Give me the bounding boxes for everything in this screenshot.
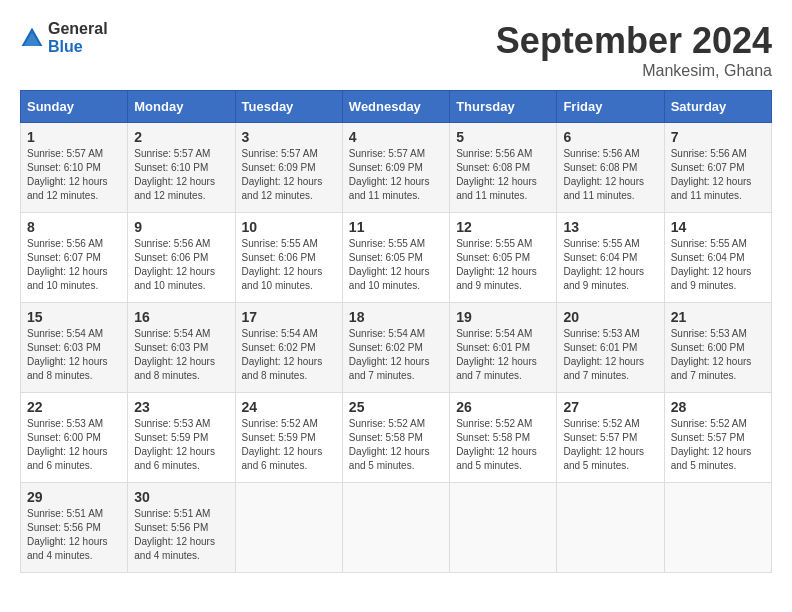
calendar-cell: 16Sunrise: 5:54 AMSunset: 6:03 PMDayligh…: [128, 303, 235, 393]
day-info: Sunrise: 5:52 AMSunset: 5:59 PMDaylight:…: [242, 418, 323, 471]
week-row-3: 15Sunrise: 5:54 AMSunset: 6:03 PMDayligh…: [21, 303, 772, 393]
day-info: Sunrise: 5:54 AMSunset: 6:02 PMDaylight:…: [349, 328, 430, 381]
calendar-cell: 3Sunrise: 5:57 AMSunset: 6:09 PMDaylight…: [235, 123, 342, 213]
day-info: Sunrise: 5:52 AMSunset: 5:58 PMDaylight:…: [349, 418, 430, 471]
day-info: Sunrise: 5:57 AMSunset: 6:10 PMDaylight:…: [27, 148, 108, 201]
calendar-cell: 11Sunrise: 5:55 AMSunset: 6:05 PMDayligh…: [342, 213, 449, 303]
day-number: 9: [134, 219, 228, 235]
calendar-cell: 12Sunrise: 5:55 AMSunset: 6:05 PMDayligh…: [450, 213, 557, 303]
week-row-1: 1Sunrise: 5:57 AMSunset: 6:10 PMDaylight…: [21, 123, 772, 213]
day-number: 27: [563, 399, 657, 415]
day-number: 17: [242, 309, 336, 325]
day-number: 4: [349, 129, 443, 145]
day-info: Sunrise: 5:53 AMSunset: 6:00 PMDaylight:…: [671, 328, 752, 381]
calendar-cell: 26Sunrise: 5:52 AMSunset: 5:58 PMDayligh…: [450, 393, 557, 483]
title-area: September 2024 Mankesim, Ghana: [496, 20, 772, 80]
day-info: Sunrise: 5:54 AMSunset: 6:02 PMDaylight:…: [242, 328, 323, 381]
day-info: Sunrise: 5:55 AMSunset: 6:05 PMDaylight:…: [349, 238, 430, 291]
day-info: Sunrise: 5:52 AMSunset: 5:57 PMDaylight:…: [671, 418, 752, 471]
logo-general: General: [48, 20, 108, 38]
day-info: Sunrise: 5:56 AMSunset: 6:07 PMDaylight:…: [27, 238, 108, 291]
calendar-cell: 13Sunrise: 5:55 AMSunset: 6:04 PMDayligh…: [557, 213, 664, 303]
day-info: Sunrise: 5:51 AMSunset: 5:56 PMDaylight:…: [134, 508, 215, 561]
day-number: 29: [27, 489, 121, 505]
day-number: 24: [242, 399, 336, 415]
day-number: 21: [671, 309, 765, 325]
day-info: Sunrise: 5:57 AMSunset: 6:09 PMDaylight:…: [349, 148, 430, 201]
calendar-cell: 27Sunrise: 5:52 AMSunset: 5:57 PMDayligh…: [557, 393, 664, 483]
calendar-cell: 6Sunrise: 5:56 AMSunset: 6:08 PMDaylight…: [557, 123, 664, 213]
day-number: 16: [134, 309, 228, 325]
calendar-cell: 30Sunrise: 5:51 AMSunset: 5:56 PMDayligh…: [128, 483, 235, 573]
day-info: Sunrise: 5:52 AMSunset: 5:58 PMDaylight:…: [456, 418, 537, 471]
day-info: Sunrise: 5:54 AMSunset: 6:01 PMDaylight:…: [456, 328, 537, 381]
calendar-cell: 19Sunrise: 5:54 AMSunset: 6:01 PMDayligh…: [450, 303, 557, 393]
page-header: General Blue September 2024 Mankesim, Gh…: [20, 20, 772, 80]
day-number: 11: [349, 219, 443, 235]
day-number: 10: [242, 219, 336, 235]
day-number: 25: [349, 399, 443, 415]
day-info: Sunrise: 5:55 AMSunset: 6:06 PMDaylight:…: [242, 238, 323, 291]
day-info: Sunrise: 5:54 AMSunset: 6:03 PMDaylight:…: [134, 328, 215, 381]
calendar-cell: [342, 483, 449, 573]
calendar-cell: 2Sunrise: 5:57 AMSunset: 6:10 PMDaylight…: [128, 123, 235, 213]
week-row-5: 29Sunrise: 5:51 AMSunset: 5:56 PMDayligh…: [21, 483, 772, 573]
calendar-cell: 9Sunrise: 5:56 AMSunset: 6:06 PMDaylight…: [128, 213, 235, 303]
calendar-cell: 5Sunrise: 5:56 AMSunset: 6:08 PMDaylight…: [450, 123, 557, 213]
day-info: Sunrise: 5:56 AMSunset: 6:08 PMDaylight:…: [456, 148, 537, 201]
header-day-sunday: Sunday: [21, 91, 128, 123]
calendar-cell: 18Sunrise: 5:54 AMSunset: 6:02 PMDayligh…: [342, 303, 449, 393]
calendar-cell: 21Sunrise: 5:53 AMSunset: 6:00 PMDayligh…: [664, 303, 771, 393]
header-row: SundayMondayTuesdayWednesdayThursdayFrid…: [21, 91, 772, 123]
calendar-cell: [235, 483, 342, 573]
day-number: 13: [563, 219, 657, 235]
day-number: 6: [563, 129, 657, 145]
calendar-cell: 4Sunrise: 5:57 AMSunset: 6:09 PMDaylight…: [342, 123, 449, 213]
calendar-table: SundayMondayTuesdayWednesdayThursdayFrid…: [20, 90, 772, 573]
day-info: Sunrise: 5:53 AMSunset: 6:01 PMDaylight:…: [563, 328, 644, 381]
day-number: 1: [27, 129, 121, 145]
day-info: Sunrise: 5:55 AMSunset: 6:05 PMDaylight:…: [456, 238, 537, 291]
day-info: Sunrise: 5:57 AMSunset: 6:09 PMDaylight:…: [242, 148, 323, 201]
day-number: 19: [456, 309, 550, 325]
calendar-cell: 17Sunrise: 5:54 AMSunset: 6:02 PMDayligh…: [235, 303, 342, 393]
calendar-cell: 29Sunrise: 5:51 AMSunset: 5:56 PMDayligh…: [21, 483, 128, 573]
calendar-cell: 28Sunrise: 5:52 AMSunset: 5:57 PMDayligh…: [664, 393, 771, 483]
day-number: 28: [671, 399, 765, 415]
header-day-thursday: Thursday: [450, 91, 557, 123]
week-row-4: 22Sunrise: 5:53 AMSunset: 6:00 PMDayligh…: [21, 393, 772, 483]
calendar-cell: [664, 483, 771, 573]
calendar-cell: 8Sunrise: 5:56 AMSunset: 6:07 PMDaylight…: [21, 213, 128, 303]
logo: General Blue: [20, 20, 108, 55]
calendar-cell: 25Sunrise: 5:52 AMSunset: 5:58 PMDayligh…: [342, 393, 449, 483]
calendar-cell: 24Sunrise: 5:52 AMSunset: 5:59 PMDayligh…: [235, 393, 342, 483]
logo-text: General Blue: [48, 20, 108, 55]
day-number: 7: [671, 129, 765, 145]
header-day-saturday: Saturday: [664, 91, 771, 123]
day-number: 14: [671, 219, 765, 235]
day-number: 18: [349, 309, 443, 325]
location-subtitle: Mankesim, Ghana: [496, 62, 772, 80]
day-info: Sunrise: 5:55 AMSunset: 6:04 PMDaylight:…: [563, 238, 644, 291]
day-number: 5: [456, 129, 550, 145]
calendar-cell: 15Sunrise: 5:54 AMSunset: 6:03 PMDayligh…: [21, 303, 128, 393]
calendar-cell: 7Sunrise: 5:56 AMSunset: 6:07 PMDaylight…: [664, 123, 771, 213]
logo-icon: [20, 26, 44, 50]
calendar-cell: [557, 483, 664, 573]
logo-blue: Blue: [48, 38, 108, 56]
day-info: Sunrise: 5:53 AMSunset: 6:00 PMDaylight:…: [27, 418, 108, 471]
header-day-monday: Monday: [128, 91, 235, 123]
day-info: Sunrise: 5:54 AMSunset: 6:03 PMDaylight:…: [27, 328, 108, 381]
calendar-cell: 20Sunrise: 5:53 AMSunset: 6:01 PMDayligh…: [557, 303, 664, 393]
day-number: 12: [456, 219, 550, 235]
day-info: Sunrise: 5:56 AMSunset: 6:08 PMDaylight:…: [563, 148, 644, 201]
day-info: Sunrise: 5:56 AMSunset: 6:06 PMDaylight:…: [134, 238, 215, 291]
day-info: Sunrise: 5:57 AMSunset: 6:10 PMDaylight:…: [134, 148, 215, 201]
day-info: Sunrise: 5:55 AMSunset: 6:04 PMDaylight:…: [671, 238, 752, 291]
calendar-cell: [450, 483, 557, 573]
day-number: 3: [242, 129, 336, 145]
calendar-cell: 22Sunrise: 5:53 AMSunset: 6:00 PMDayligh…: [21, 393, 128, 483]
day-number: 30: [134, 489, 228, 505]
day-number: 22: [27, 399, 121, 415]
header-day-friday: Friday: [557, 91, 664, 123]
